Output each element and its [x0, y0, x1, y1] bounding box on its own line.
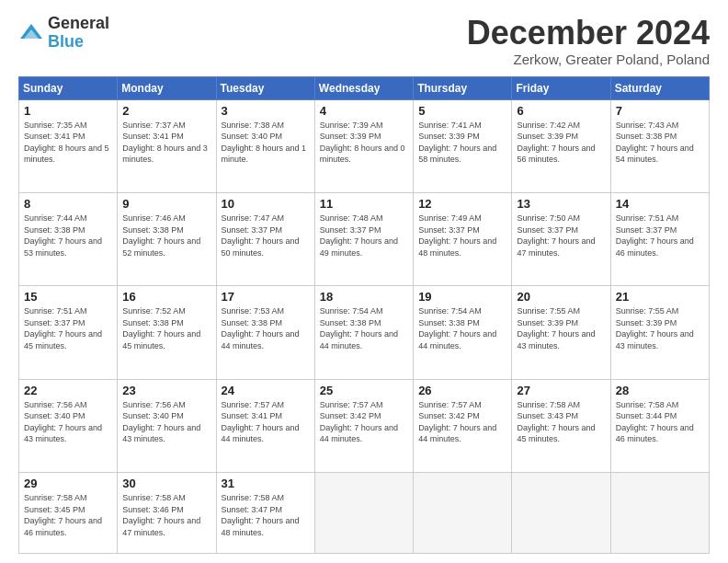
day-number: 4	[320, 104, 408, 118]
header-thursday: Thursday	[414, 76, 512, 99]
day-number: 19	[418, 290, 506, 304]
table-row: 8Sunrise: 7:44 AMSunset: 3:38 PMDaylight…	[19, 192, 118, 285]
table-row	[512, 472, 610, 553]
day-info: Sunrise: 7:49 AMSunset: 3:37 PMDaylight:…	[418, 213, 496, 258]
day-info: Sunrise: 7:54 AMSunset: 3:38 PMDaylight:…	[320, 306, 398, 350]
weekday-header-row: Sunday Monday Tuesday Wednesday Thursday…	[19, 76, 710, 99]
day-number: 17	[222, 290, 310, 304]
day-info: Sunrise: 7:47 AMSunset: 3:37 PMDaylight:…	[222, 213, 300, 258]
table-row: 21Sunrise: 7:55 AMSunset: 3:39 PMDayligh…	[610, 286, 709, 379]
day-number: 30	[122, 477, 210, 490]
table-row: 6Sunrise: 7:42 AMSunset: 3:39 PMDaylight…	[512, 99, 610, 192]
table-row: 26Sunrise: 7:57 AMSunset: 3:42 PMDayligh…	[414, 379, 512, 472]
page: General Blue December 2024 Zerkow, Great…	[0, 0, 728, 563]
table-row: 28Sunrise: 7:58 AMSunset: 3:44 PMDayligh…	[610, 379, 709, 472]
table-row: 11Sunrise: 7:48 AMSunset: 3:37 PMDayligh…	[314, 192, 413, 285]
logo-blue-text: Blue	[48, 33, 109, 52]
table-row: 20Sunrise: 7:55 AMSunset: 3:39 PMDayligh…	[512, 286, 610, 379]
day-number: 16	[122, 290, 210, 304]
calendar-row-3: 22Sunrise: 7:56 AMSunset: 3:40 PMDayligh…	[19, 379, 710, 472]
day-info: Sunrise: 7:53 AMSunset: 3:38 PMDaylight:…	[222, 306, 300, 350]
table-row: 17Sunrise: 7:53 AMSunset: 3:38 PMDayligh…	[216, 286, 314, 379]
table-row: 14Sunrise: 7:51 AMSunset: 3:37 PMDayligh…	[610, 192, 709, 285]
day-info: Sunrise: 7:55 AMSunset: 3:39 PMDaylight:…	[517, 306, 595, 350]
day-info: Sunrise: 7:38 AMSunset: 3:40 PMDaylight:…	[222, 121, 307, 165]
day-info: Sunrise: 7:48 AMSunset: 3:37 PMDaylight:…	[320, 213, 398, 258]
table-row: 24Sunrise: 7:57 AMSunset: 3:41 PMDayligh…	[216, 379, 314, 472]
day-info: Sunrise: 7:41 AMSunset: 3:39 PMDaylight:…	[418, 121, 496, 165]
day-number: 21	[616, 290, 704, 304]
calendar-row-1: 8Sunrise: 7:44 AMSunset: 3:38 PMDaylight…	[19, 192, 710, 285]
day-info: Sunrise: 7:57 AMSunset: 3:42 PMDaylight:…	[418, 400, 496, 444]
logo-icon	[18, 20, 44, 46]
day-info: Sunrise: 7:46 AMSunset: 3:38 PMDaylight:…	[122, 213, 200, 258]
calendar-row-0: 1Sunrise: 7:35 AMSunset: 3:41 PMDaylight…	[19, 99, 710, 192]
day-info: Sunrise: 7:54 AMSunset: 3:38 PMDaylight:…	[418, 306, 496, 350]
day-number: 1	[24, 104, 112, 118]
day-info: Sunrise: 7:37 AMSunset: 3:41 PMDaylight:…	[122, 121, 208, 165]
table-row	[314, 472, 413, 553]
table-row: 16Sunrise: 7:52 AMSunset: 3:38 PMDayligh…	[118, 286, 216, 379]
day-number: 3	[222, 104, 310, 118]
day-number: 11	[320, 197, 408, 211]
header: General Blue December 2024 Zerkow, Great…	[18, 15, 710, 67]
table-row	[414, 472, 512, 553]
day-number: 7	[616, 104, 704, 118]
table-row: 2Sunrise: 7:37 AMSunset: 3:41 PMDaylight…	[118, 99, 216, 192]
table-row: 1Sunrise: 7:35 AMSunset: 3:41 PMDaylight…	[19, 99, 118, 192]
table-row: 19Sunrise: 7:54 AMSunset: 3:38 PMDayligh…	[414, 286, 512, 379]
day-info: Sunrise: 7:58 AMSunset: 3:43 PMDaylight:…	[517, 400, 595, 444]
day-number: 28	[616, 384, 704, 397]
day-number: 13	[517, 197, 605, 211]
table-row: 15Sunrise: 7:51 AMSunset: 3:37 PMDayligh…	[19, 286, 118, 379]
day-number: 6	[517, 104, 605, 118]
day-info: Sunrise: 7:55 AMSunset: 3:39 PMDaylight:…	[616, 306, 694, 350]
day-number: 23	[122, 384, 210, 397]
table-row: 9Sunrise: 7:46 AMSunset: 3:38 PMDaylight…	[118, 192, 216, 285]
header-saturday: Saturday	[610, 76, 709, 99]
header-monday: Monday	[118, 76, 216, 99]
header-wednesday: Wednesday	[314, 76, 413, 99]
day-info: Sunrise: 7:42 AMSunset: 3:39 PMDaylight:…	[517, 121, 595, 165]
day-number: 8	[24, 197, 112, 211]
table-row: 29Sunrise: 7:58 AMSunset: 3:45 PMDayligh…	[19, 472, 118, 553]
day-info: Sunrise: 7:43 AMSunset: 3:38 PMDaylight:…	[616, 121, 694, 165]
table-row: 25Sunrise: 7:57 AMSunset: 3:42 PMDayligh…	[314, 379, 413, 472]
table-row: 31Sunrise: 7:58 AMSunset: 3:47 PMDayligh…	[216, 472, 314, 553]
table-row: 10Sunrise: 7:47 AMSunset: 3:37 PMDayligh…	[216, 192, 314, 285]
day-info: Sunrise: 7:56 AMSunset: 3:40 PMDaylight:…	[122, 400, 200, 444]
day-number: 20	[517, 290, 605, 304]
day-info: Sunrise: 7:39 AMSunset: 3:39 PMDaylight:…	[320, 121, 405, 165]
day-info: Sunrise: 7:57 AMSunset: 3:42 PMDaylight:…	[320, 400, 398, 444]
header-sunday: Sunday	[19, 76, 118, 99]
day-info: Sunrise: 7:58 AMSunset: 3:46 PMDaylight:…	[122, 493, 200, 537]
table-row: 5Sunrise: 7:41 AMSunset: 3:39 PMDaylight…	[414, 99, 512, 192]
table-row	[610, 472, 709, 553]
day-number: 9	[122, 197, 210, 211]
day-number: 15	[24, 290, 112, 304]
table-row: 4Sunrise: 7:39 AMSunset: 3:39 PMDaylight…	[314, 99, 413, 192]
day-number: 27	[517, 384, 605, 397]
day-info: Sunrise: 7:35 AMSunset: 3:41 PMDaylight:…	[24, 121, 109, 165]
day-info: Sunrise: 7:51 AMSunset: 3:37 PMDaylight:…	[616, 213, 694, 258]
day-number: 31	[222, 477, 310, 490]
day-number: 29	[24, 477, 112, 490]
day-info: Sunrise: 7:56 AMSunset: 3:40 PMDaylight:…	[24, 400, 102, 444]
table-row: 13Sunrise: 7:50 AMSunset: 3:37 PMDayligh…	[512, 192, 610, 285]
day-number: 22	[24, 384, 112, 397]
day-info: Sunrise: 7:51 AMSunset: 3:37 PMDaylight:…	[24, 306, 102, 350]
day-number: 24	[222, 384, 310, 397]
month-title: December 2024	[467, 15, 710, 52]
day-number: 18	[320, 290, 408, 304]
day-number: 14	[616, 197, 704, 211]
table-row: 12Sunrise: 7:49 AMSunset: 3:37 PMDayligh…	[414, 192, 512, 285]
calendar-row-4: 29Sunrise: 7:58 AMSunset: 3:45 PMDayligh…	[19, 472, 710, 553]
table-row: 3Sunrise: 7:38 AMSunset: 3:40 PMDaylight…	[216, 99, 314, 192]
logo: General Blue	[18, 15, 109, 52]
day-number: 26	[418, 384, 506, 397]
day-number: 5	[418, 104, 506, 118]
table-row: 30Sunrise: 7:58 AMSunset: 3:46 PMDayligh…	[118, 472, 216, 553]
day-info: Sunrise: 7:58 AMSunset: 3:45 PMDaylight:…	[24, 493, 102, 537]
title-block: December 2024 Zerkow, Greater Poland, Po…	[467, 15, 710, 67]
day-number: 12	[418, 197, 506, 211]
